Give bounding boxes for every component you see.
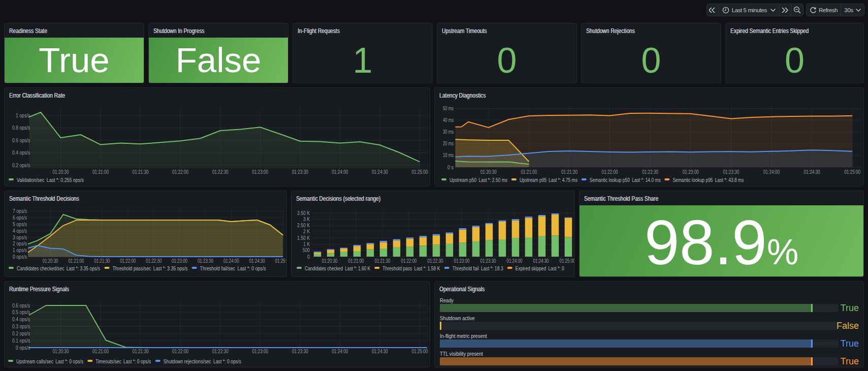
svg-text:5 ops/s: 5 ops/s bbox=[13, 221, 27, 227]
svg-text:50 ms: 50 ms bbox=[443, 105, 454, 111]
svg-text:0.2 ops/s: 0.2 ops/s bbox=[12, 330, 30, 336]
svg-text:01:23:00: 01:23:00 bbox=[172, 258, 187, 264]
svg-text:Upstream calls/sec Last *: 0 o: Upstream calls/sec Last *: 0 ops/s bbox=[16, 358, 83, 364]
svg-text:30 ms: 30 ms bbox=[443, 129, 454, 135]
svg-text:01:23:30: 01:23:30 bbox=[198, 258, 213, 264]
svg-text:01:21:00: 01:21:00 bbox=[521, 169, 537, 175]
svg-text:01:20:30: 01:20:30 bbox=[480, 169, 497, 175]
svg-text:01:23:30: 01:23:30 bbox=[292, 348, 308, 354]
svg-text:01:22:00: 01:22:00 bbox=[401, 258, 417, 264]
svg-text:01:24:00: 01:24:00 bbox=[507, 258, 523, 264]
svg-text:01:22:30: 01:22:30 bbox=[212, 348, 229, 354]
svg-text:01:25:00: 01:25:00 bbox=[844, 169, 860, 175]
svg-text:01:24:00: 01:24:00 bbox=[223, 258, 239, 264]
svg-text:3 K: 3 K bbox=[303, 216, 310, 222]
svg-text:01:23:30: 01:23:30 bbox=[292, 169, 308, 175]
svg-text:01:21:00: 01:21:00 bbox=[348, 258, 364, 264]
svg-text:01:21:30: 01:21:30 bbox=[133, 169, 149, 175]
svg-text:1 ops/s: 1 ops/s bbox=[16, 112, 30, 118]
svg-text:01:24:30: 01:24:30 bbox=[804, 169, 820, 175]
svg-text:01:23:30: 01:23:30 bbox=[723, 169, 739, 175]
svg-text:2 ops/s: 2 ops/s bbox=[13, 240, 27, 246]
svg-text:0.1 ops/s: 0.1 ops/s bbox=[12, 337, 30, 344]
svg-text:20 ms: 20 ms bbox=[443, 140, 454, 146]
svg-text:0.5 ops/s: 0.5 ops/s bbox=[12, 309, 30, 315]
svg-text:01:20:30: 01:20:30 bbox=[53, 348, 69, 354]
svg-text:01:22:30: 01:22:30 bbox=[642, 169, 658, 175]
svg-text:7 ops/s: 7 ops/s bbox=[13, 208, 27, 214]
svg-text:01:21:00: 01:21:00 bbox=[68, 258, 84, 264]
svg-text:Threshold fail/sec Last *: 0 o: Threshold fail/sec Last *: 0 ops/s bbox=[200, 265, 266, 271]
svg-text:01:24:30: 01:24:30 bbox=[249, 258, 265, 264]
svg-text:1.50 K: 1.50 K bbox=[297, 235, 310, 241]
svg-text:01:25:00: 01:25:00 bbox=[411, 169, 428, 175]
svg-text:Validation/sec Last *: 0.255 o: Validation/sec Last *: 0.255 ops/s bbox=[17, 177, 84, 183]
svg-text:0.8 ops/s: 0.8 ops/s bbox=[12, 125, 30, 131]
svg-text:0: 0 bbox=[307, 254, 310, 260]
svg-text:Candidates checked Last *: 1.6: Candidates checked Last *: 1.60 K bbox=[305, 265, 370, 271]
svg-text:1 ops/s: 1 ops/s bbox=[13, 247, 27, 253]
svg-text:01:23:00: 01:23:00 bbox=[454, 258, 470, 264]
svg-text:01:22:00: 01:22:00 bbox=[602, 169, 618, 175]
svg-text:0 ops/s: 0 ops/s bbox=[16, 345, 30, 351]
svg-text:1 K: 1 K bbox=[303, 241, 310, 247]
svg-text:01:21:30: 01:21:30 bbox=[375, 258, 391, 264]
svg-text:0.4 ops/s: 0.4 ops/s bbox=[12, 149, 30, 156]
svg-text:01:25:00: 01:25:00 bbox=[411, 348, 428, 354]
svg-text:01:22:00: 01:22:00 bbox=[172, 348, 188, 354]
svg-text:01:24:00: 01:24:00 bbox=[332, 169, 348, 175]
svg-text:3 ops/s: 3 ops/s bbox=[13, 234, 27, 240]
svg-text:01:20:30: 01:20:30 bbox=[53, 169, 69, 175]
svg-text:0.2 ops/s: 0.2 ops/s bbox=[12, 162, 30, 168]
svg-text:6 ops/s: 6 ops/s bbox=[13, 214, 27, 221]
svg-text:Timeouts/sec Last *: 0 ops/s: Timeouts/sec Last *: 0 ops/s bbox=[95, 358, 151, 364]
svg-text:Threshold pass Last *: 1.58 K: Threshold pass Last *: 1.58 K bbox=[382, 265, 440, 271]
svg-text:01:21:00: 01:21:00 bbox=[92, 348, 109, 354]
svg-text:01:23:00: 01:23:00 bbox=[683, 169, 699, 175]
svg-text:Candidates checked/sec Last *:: Candidates checked/sec Last *: 3.35 ops/… bbox=[17, 265, 100, 271]
svg-text:500: 500 bbox=[303, 247, 310, 253]
svg-text:01:24:00: 01:24:00 bbox=[763, 169, 780, 175]
svg-text:01:23:30: 01:23:30 bbox=[480, 258, 496, 264]
svg-text:2 K: 2 K bbox=[303, 228, 310, 234]
svg-text:3.50 K: 3.50 K bbox=[297, 210, 310, 216]
svg-text:01:22:30: 01:22:30 bbox=[146, 258, 162, 264]
svg-text:01:23:00: 01:23:00 bbox=[252, 348, 268, 354]
svg-text:4 ops/s: 4 ops/s bbox=[13, 228, 27, 234]
svg-text:Semantic lookup p95 Last *: 43: Semantic lookup p95 Last *: 43.8 ms bbox=[672, 177, 744, 183]
svg-text:01:22:30: 01:22:30 bbox=[428, 258, 443, 264]
svg-text:01:24:30: 01:24:30 bbox=[372, 169, 388, 175]
svg-text:Upstream p50 Last *: 2.50 ms: Upstream p50 Last *: 2.50 ms bbox=[449, 177, 507, 183]
svg-text:0 ops/s: 0 ops/s bbox=[13, 254, 27, 260]
svg-text:01:22:00: 01:22:00 bbox=[172, 169, 188, 175]
svg-text:2.50 K: 2.50 K bbox=[297, 222, 310, 228]
svg-text:40 ms: 40 ms bbox=[443, 117, 454, 123]
svg-text:Threshold pass/sec Last *: 3.3: Threshold pass/sec Last *: 3.35 ops/s bbox=[113, 265, 188, 271]
svg-text:0 s: 0 s bbox=[447, 164, 454, 170]
svg-text:10 ms: 10 ms bbox=[443, 152, 454, 158]
svg-text:01:22:00: 01:22:00 bbox=[120, 258, 136, 264]
svg-text:0.4 ops/s: 0.4 ops/s bbox=[12, 316, 30, 322]
svg-text:Shutdown rejections/sec Last *: Shutdown rejections/sec Last *: 0 ops/s bbox=[164, 358, 241, 364]
svg-text:0.3 ops/s: 0.3 ops/s bbox=[12, 323, 30, 329]
svg-text:01:25:00: 01:25:00 bbox=[560, 258, 575, 264]
svg-text:01:20:30: 01:20:30 bbox=[43, 258, 58, 264]
svg-text:01:21:30: 01:21:30 bbox=[94, 258, 110, 264]
svg-text:01:24:30: 01:24:30 bbox=[533, 258, 549, 264]
svg-text:Threshold fail Last *: 18.3: Threshold fail Last *: 18.3 bbox=[453, 265, 503, 271]
svg-text:01:24:00: 01:24:00 bbox=[332, 348, 348, 354]
svg-text:Semantic lookup p50 Last *: 14: Semantic lookup p50 Last *: 14.0 ms bbox=[590, 177, 661, 183]
svg-text:Expired skipped Last *: 0: Expired skipped Last *: 0 bbox=[516, 265, 564, 271]
svg-text:01:21:30: 01:21:30 bbox=[133, 348, 149, 354]
svg-text:01:20:30: 01:20:30 bbox=[322, 258, 338, 264]
svg-text:01:23:00: 01:23:00 bbox=[252, 169, 268, 175]
svg-text:01:22:30: 01:22:30 bbox=[212, 169, 229, 175]
svg-text:0.6 ops/s: 0.6 ops/s bbox=[12, 302, 30, 308]
svg-text:01:21:30: 01:21:30 bbox=[561, 169, 577, 175]
svg-text:01:25:00: 01:25:00 bbox=[275, 258, 287, 264]
svg-text:0.6 ops/s: 0.6 ops/s bbox=[12, 137, 30, 143]
svg-text:01:24:30: 01:24:30 bbox=[372, 348, 388, 354]
svg-text:01:21:00: 01:21:00 bbox=[92, 169, 109, 175]
svg-text:Upstream p95 Last *: 4.75 ms: Upstream p95 Last *: 4.75 ms bbox=[520, 177, 577, 183]
